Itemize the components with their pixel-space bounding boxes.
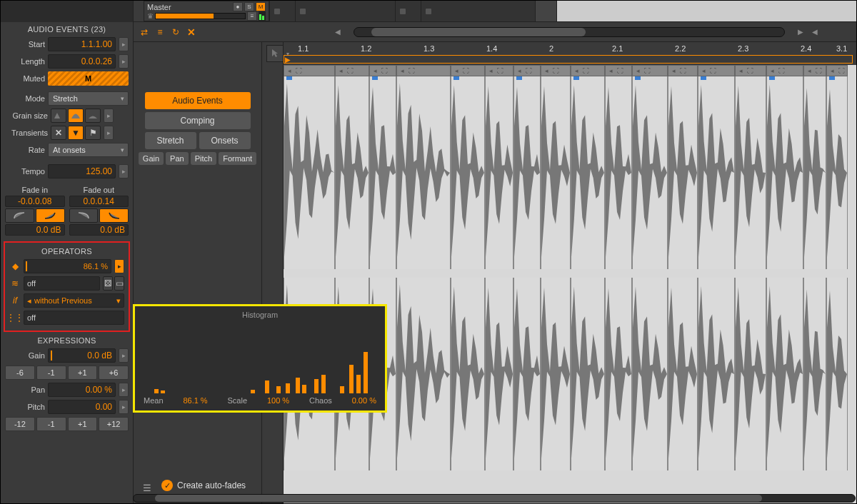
audio-event[interactable]	[485, 278, 513, 470]
tempo-popout[interactable]: ▸	[119, 164, 129, 178]
length-popout[interactable]: ▸	[119, 54, 129, 69]
onset-marker[interactable]	[573, 76, 579, 80]
clip-header[interactable]: ◂⛶	[735, 65, 766, 76]
condition-dropdown[interactable]: ◂without Previous▾	[24, 293, 124, 308]
clip-header[interactable]: ◂⛶	[369, 65, 396, 76]
audio-event[interactable]	[826, 76, 848, 269]
audio-event[interactable]	[571, 76, 605, 269]
audio-event[interactable]	[826, 278, 848, 470]
master-track[interactable]: Master ● S M ♛ ≡	[144, 1, 269, 21]
trans-marker[interactable]: ▼	[68, 126, 84, 140]
clip-header[interactable]: ◂⛶	[803, 65, 826, 76]
mode-comping[interactable]: Comping	[145, 112, 251, 129]
onset-marker[interactable]	[635, 76, 641, 80]
audio-event[interactable]	[485, 76, 513, 269]
trans-popout[interactable]: ▸	[104, 126, 114, 140]
swap-icon[interactable]: ⇄	[138, 26, 151, 39]
pan-popout[interactable]: ▸	[119, 383, 129, 397]
pitch-minus12[interactable]: -12	[5, 417, 35, 431]
audio-event[interactable]	[735, 76, 766, 269]
clip-header[interactable]: ◂⛶	[766, 65, 803, 76]
audio-event[interactable]	[541, 278, 571, 470]
pan-value[interactable]: 0.00 %	[48, 383, 116, 397]
audio-event[interactable]	[396, 76, 451, 269]
audio-event[interactable]	[605, 76, 632, 269]
fadeout-curve-exp[interactable]	[99, 208, 129, 223]
trans-off[interactable]: ✕	[51, 126, 66, 140]
audio-event[interactable]	[284, 76, 335, 269]
audio-event[interactable]	[735, 278, 766, 470]
audio-event[interactable]	[451, 278, 485, 470]
clip-header[interactable]: ◂⛶	[668, 65, 698, 76]
seed-lock[interactable]: ▭	[114, 276, 124, 291]
hist-chaos-value[interactable]: 0.00 %	[352, 396, 376, 405]
audio-event[interactable]	[571, 278, 605, 470]
start-popout[interactable]: ▸	[119, 37, 129, 51]
grain-popout[interactable]: ▸	[104, 109, 114, 123]
clip-header[interactable]: ◂⛶	[541, 65, 571, 76]
trans-flag[interactable]: ⚑	[85, 126, 101, 140]
onset-marker[interactable]	[829, 76, 835, 80]
close-icon[interactable]: ✕	[185, 26, 198, 39]
master-menu[interactable]: ≡	[247, 11, 257, 21]
solo-button[interactable]: S	[244, 2, 254, 11]
onset-marker[interactable]	[701, 76, 706, 80]
scroll-play[interactable]: ▶	[798, 28, 803, 36]
auto-fades-checkbox[interactable]: ✓	[161, 480, 173, 491]
fadein-curve-exp[interactable]	[36, 208, 65, 223]
expr-formant[interactable]: Formant	[219, 152, 256, 165]
chance-value[interactable]: 86.1 %	[24, 259, 111, 273]
list-icon[interactable]: ≡	[154, 26, 166, 39]
clip-header[interactable]: ◂⛶	[451, 65, 485, 76]
gain-minus1[interactable]: -1	[36, 366, 66, 380]
clip-header[interactable]: ◂⛶	[396, 65, 451, 76]
tempo-value[interactable]: 125.00	[48, 164, 116, 178]
hist-mean-value[interactable]: 86.1 %	[183, 396, 207, 405]
clip-header[interactable]: ◂⛶	[571, 65, 605, 76]
length-value[interactable]: 0.0.0.26	[48, 54, 116, 69]
chance-expand[interactable]: ▸	[114, 259, 124, 273]
expr-gain[interactable]: Gain	[139, 152, 164, 165]
loop-region[interactable]	[284, 55, 853, 64]
record-button[interactable]: ●	[233, 2, 243, 11]
overview-scroll[interactable]	[354, 27, 785, 37]
audio-event[interactable]	[396, 278, 451, 470]
audio-event[interactable]	[513, 278, 541, 470]
pitch-plus12[interactable]: +12	[99, 417, 129, 431]
audio-event[interactable]	[766, 76, 803, 269]
audio-event[interactable]	[513, 76, 541, 269]
pitch-popout[interactable]: ▸	[119, 400, 129, 414]
pitch-minus1[interactable]: -1	[36, 417, 66, 431]
playhead-marker[interactable]: ▶	[285, 56, 291, 64]
audio-event[interactable]	[451, 76, 485, 269]
audio-event[interactable]	[766, 278, 803, 470]
onset-marker[interactable]	[372, 76, 378, 80]
gain-value[interactable]: 0.0 dB	[48, 348, 116, 363]
expr-pan[interactable]: Pan	[166, 152, 189, 165]
clip-header[interactable]: ◂⛶	[513, 65, 541, 76]
onset-marker[interactable]	[453, 76, 459, 80]
fadeout-curve-lin[interactable]	[69, 208, 99, 223]
grain-med[interactable]	[68, 109, 84, 123]
audio-event[interactable]	[632, 278, 668, 470]
expr-pitch[interactable]: Pitch	[191, 152, 216, 165]
mode-onsets[interactable]: Onsets	[199, 132, 251, 149]
histogram-canvas[interactable]	[142, 322, 378, 393]
audio-event[interactable]	[605, 278, 632, 470]
gain-minus6[interactable]: -6	[5, 366, 35, 380]
fadeout-value[interactable]: 0.0.0.14	[69, 196, 129, 207]
audio-event[interactable]	[698, 278, 735, 470]
audio-event[interactable]	[803, 278, 826, 470]
muted-toggle[interactable]: M	[48, 71, 129, 86]
hist-scale-value[interactable]: 100 %	[267, 396, 289, 405]
onset-marker[interactable]	[516, 76, 522, 80]
scroll-left[interactable]: ◀	[335, 28, 341, 36]
clip-header[interactable]: ◂⛶	[284, 65, 335, 76]
master-volume[interactable]	[155, 13, 246, 19]
gain-popout[interactable]: ▸	[119, 348, 129, 363]
occurrence-value[interactable]: off	[24, 311, 124, 325]
pitch-plus1[interactable]: +1	[68, 417, 98, 431]
clip-header[interactable]: ◂⛶	[485, 65, 513, 76]
seed-value[interactable]: off	[24, 276, 100, 291]
pitch-value[interactable]: 0.00	[48, 400, 116, 414]
